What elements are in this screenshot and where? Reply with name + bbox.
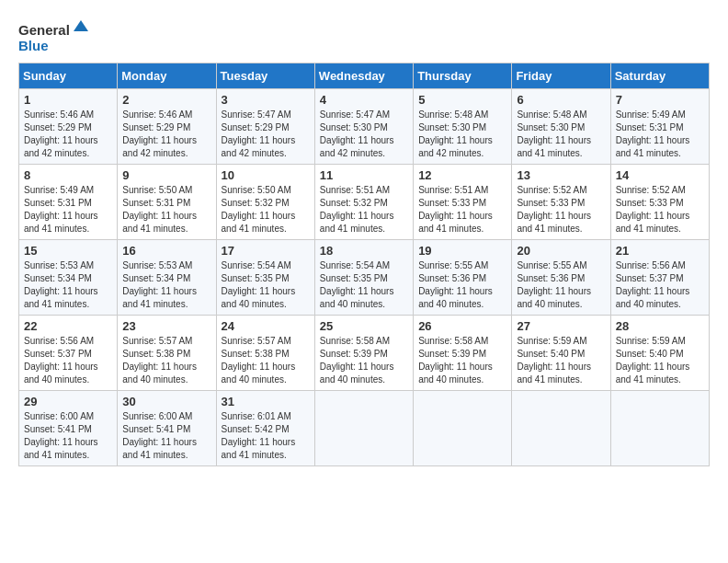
calendar-day-cell: 28Sunrise: 5:59 AM Sunset: 5:40 PM Dayli…	[610, 316, 709, 391]
day-info: Sunrise: 5:57 AM Sunset: 5:38 PM Dayligh…	[222, 335, 310, 386]
day-number: 21	[616, 244, 704, 258]
day-number: 1	[24, 93, 112, 107]
calendar-day-cell: 24Sunrise: 5:57 AM Sunset: 5:38 PM Dayli…	[216, 316, 314, 391]
day-info: Sunrise: 5:51 AM Sunset: 5:32 PM Dayligh…	[320, 184, 408, 236]
day-number: 2	[122, 93, 210, 107]
calendar-day-cell: 1Sunrise: 5:46 AM Sunset: 5:29 PM Daylig…	[19, 89, 118, 165]
day-info: Sunrise: 5:47 AM Sunset: 5:29 PM Dayligh…	[222, 109, 310, 160]
calendar-day-cell: 13Sunrise: 5:52 AM Sunset: 5:33 PM Dayli…	[512, 165, 610, 240]
calendar-week-row: 22Sunrise: 5:56 AM Sunset: 5:37 PM Dayli…	[19, 316, 710, 391]
day-number: 28	[616, 319, 704, 333]
day-number: 24	[222, 319, 310, 333]
day-info: Sunrise: 5:48 AM Sunset: 5:30 PM Dayligh…	[418, 109, 506, 160]
calendar-day-cell: 16Sunrise: 5:53 AM Sunset: 5:34 PM Dayli…	[118, 240, 216, 316]
calendar-header-row: SundayMondayTuesdayWednesdayThursdayFrid…	[19, 63, 710, 89]
day-info: Sunrise: 5:46 AM Sunset: 5:29 PM Dayligh…	[24, 109, 112, 160]
day-number: 30	[122, 395, 210, 408]
day-number: 10	[222, 168, 310, 182]
calendar-day-cell: 3Sunrise: 5:47 AM Sunset: 5:29 PM Daylig…	[216, 89, 314, 165]
day-info: Sunrise: 5:51 AM Sunset: 5:33 PM Dayligh…	[418, 184, 506, 236]
calendar-day-cell: 31Sunrise: 6:01 AM Sunset: 5:42 PM Dayli…	[216, 391, 314, 466]
day-info: Sunrise: 6:00 AM Sunset: 5:41 PM Dayligh…	[24, 410, 112, 462]
day-number: 15	[24, 244, 112, 258]
calendar-day-cell: 18Sunrise: 5:54 AM Sunset: 5:35 PM Dayli…	[314, 240, 413, 316]
day-info: Sunrise: 5:50 AM Sunset: 5:32 PM Dayligh…	[222, 184, 310, 236]
calendar-week-row: 29Sunrise: 6:00 AM Sunset: 5:41 PM Dayli…	[19, 391, 710, 466]
day-number: 18	[320, 244, 408, 258]
calendar-empty-cell	[610, 391, 709, 466]
day-number: 17	[222, 244, 310, 258]
day-info: Sunrise: 5:55 AM Sunset: 5:36 PM Dayligh…	[517, 259, 605, 311]
day-number: 7	[616, 93, 704, 107]
day-info: Sunrise: 5:58 AM Sunset: 5:39 PM Dayligh…	[320, 335, 408, 386]
calendar-empty-cell	[414, 391, 512, 466]
calendar-empty-cell	[512, 391, 610, 466]
calendar-day-cell: 25Sunrise: 5:58 AM Sunset: 5:39 PM Dayli…	[314, 316, 413, 391]
calendar-day-cell: 20Sunrise: 5:55 AM Sunset: 5:36 PM Dayli…	[512, 240, 610, 316]
day-number: 14	[616, 168, 704, 182]
calendar-day-cell: 17Sunrise: 5:54 AM Sunset: 5:35 PM Dayli…	[216, 240, 314, 316]
header: General Blue	[18, 18, 710, 55]
day-info: Sunrise: 5:56 AM Sunset: 5:37 PM Dayligh…	[616, 259, 704, 311]
calendar-week-row: 15Sunrise: 5:53 AM Sunset: 5:34 PM Dayli…	[19, 240, 710, 316]
column-header-monday: Monday	[118, 63, 216, 89]
calendar-day-cell: 27Sunrise: 5:59 AM Sunset: 5:40 PM Dayli…	[512, 316, 610, 391]
svg-text:General: General	[18, 22, 70, 38]
day-info: Sunrise: 5:46 AM Sunset: 5:29 PM Dayligh…	[122, 109, 210, 160]
day-info: Sunrise: 5:59 AM Sunset: 5:40 PM Dayligh…	[616, 335, 704, 386]
day-info: Sunrise: 5:55 AM Sunset: 5:36 PM Dayligh…	[418, 259, 506, 311]
day-info: Sunrise: 5:49 AM Sunset: 5:31 PM Dayligh…	[616, 109, 704, 160]
column-header-thursday: Thursday	[414, 63, 512, 89]
day-number: 23	[122, 319, 210, 333]
day-number: 19	[418, 244, 506, 258]
calendar-day-cell: 10Sunrise: 5:50 AM Sunset: 5:32 PM Dayli…	[216, 165, 314, 240]
day-info: Sunrise: 5:48 AM Sunset: 5:30 PM Dayligh…	[517, 109, 605, 160]
day-number: 6	[517, 93, 605, 107]
day-info: Sunrise: 5:53 AM Sunset: 5:34 PM Dayligh…	[122, 259, 210, 311]
calendar-day-cell: 29Sunrise: 6:00 AM Sunset: 5:41 PM Dayli…	[19, 391, 118, 466]
day-number: 29	[24, 395, 112, 408]
day-info: Sunrise: 6:00 AM Sunset: 5:41 PM Dayligh…	[122, 410, 210, 462]
day-info: Sunrise: 5:58 AM Sunset: 5:39 PM Dayligh…	[418, 335, 506, 386]
day-number: 22	[24, 319, 112, 333]
calendar-week-row: 8Sunrise: 5:49 AM Sunset: 5:31 PM Daylig…	[19, 165, 710, 240]
day-number: 26	[418, 319, 506, 333]
day-info: Sunrise: 5:57 AM Sunset: 5:38 PM Dayligh…	[122, 335, 210, 386]
day-number: 16	[122, 244, 210, 258]
calendar-day-cell: 8Sunrise: 5:49 AM Sunset: 5:31 PM Daylig…	[19, 165, 118, 240]
day-info: Sunrise: 5:56 AM Sunset: 5:37 PM Dayligh…	[24, 335, 112, 386]
calendar-day-cell: 7Sunrise: 5:49 AM Sunset: 5:31 PM Daylig…	[610, 89, 709, 165]
calendar-day-cell: 15Sunrise: 5:53 AM Sunset: 5:34 PM Dayli…	[19, 240, 118, 316]
day-info: Sunrise: 5:59 AM Sunset: 5:40 PM Dayligh…	[517, 335, 605, 386]
day-number: 3	[222, 93, 310, 107]
calendar-day-cell: 5Sunrise: 5:48 AM Sunset: 5:30 PM Daylig…	[414, 89, 512, 165]
calendar-table: SundayMondayTuesdayWednesdayThursdayFrid…	[18, 63, 710, 466]
day-number: 11	[320, 168, 408, 182]
logo: General Blue	[18, 18, 92, 55]
calendar-day-cell: 23Sunrise: 5:57 AM Sunset: 5:38 PM Dayli…	[118, 316, 216, 391]
day-info: Sunrise: 5:53 AM Sunset: 5:34 PM Dayligh…	[24, 259, 112, 311]
day-number: 31	[222, 395, 310, 408]
day-info: Sunrise: 6:01 AM Sunset: 5:42 PM Dayligh…	[222, 410, 310, 462]
day-number: 25	[320, 319, 408, 333]
day-number: 27	[517, 319, 605, 333]
day-info: Sunrise: 5:52 AM Sunset: 5:33 PM Dayligh…	[616, 184, 704, 236]
day-number: 13	[517, 168, 605, 182]
day-info: Sunrise: 5:54 AM Sunset: 5:35 PM Dayligh…	[222, 259, 310, 311]
calendar-day-cell: 9Sunrise: 5:50 AM Sunset: 5:31 PM Daylig…	[118, 165, 216, 240]
column-header-friday: Friday	[512, 63, 610, 89]
column-header-saturday: Saturday	[610, 63, 709, 89]
day-info: Sunrise: 5:49 AM Sunset: 5:31 PM Dayligh…	[24, 184, 112, 236]
calendar-day-cell: 21Sunrise: 5:56 AM Sunset: 5:37 PM Dayli…	[610, 240, 709, 316]
day-info: Sunrise: 5:47 AM Sunset: 5:30 PM Dayligh…	[320, 109, 408, 160]
calendar-day-cell: 19Sunrise: 5:55 AM Sunset: 5:36 PM Dayli…	[414, 240, 512, 316]
day-info: Sunrise: 5:50 AM Sunset: 5:31 PM Dayligh…	[122, 184, 210, 236]
day-number: 9	[122, 168, 210, 182]
column-header-wednesday: Wednesday	[314, 63, 413, 89]
calendar-day-cell: 11Sunrise: 5:51 AM Sunset: 5:32 PM Dayli…	[314, 165, 413, 240]
logo-svg: General Blue	[18, 18, 92, 55]
day-info: Sunrise: 5:52 AM Sunset: 5:33 PM Dayligh…	[517, 184, 605, 236]
calendar-day-cell: 22Sunrise: 5:56 AM Sunset: 5:37 PM Dayli…	[19, 316, 118, 391]
day-number: 12	[418, 168, 506, 182]
column-header-tuesday: Tuesday	[216, 63, 314, 89]
